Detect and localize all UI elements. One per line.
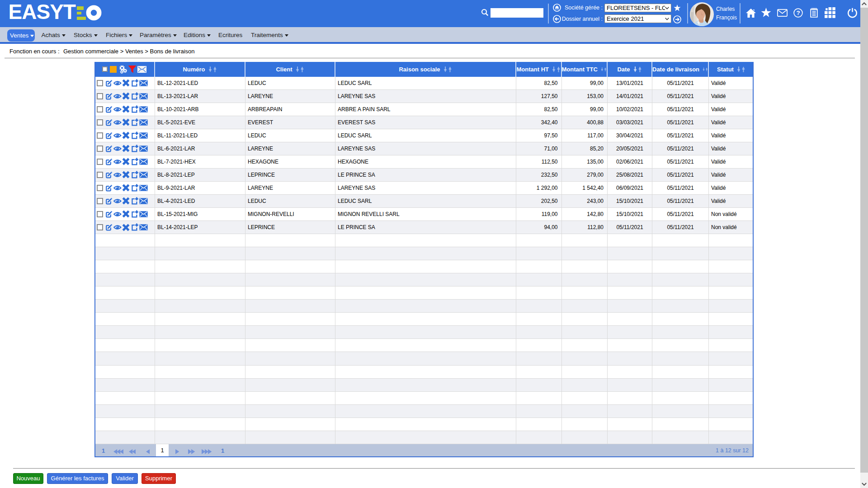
svg-text:?: ? [796,9,800,16]
